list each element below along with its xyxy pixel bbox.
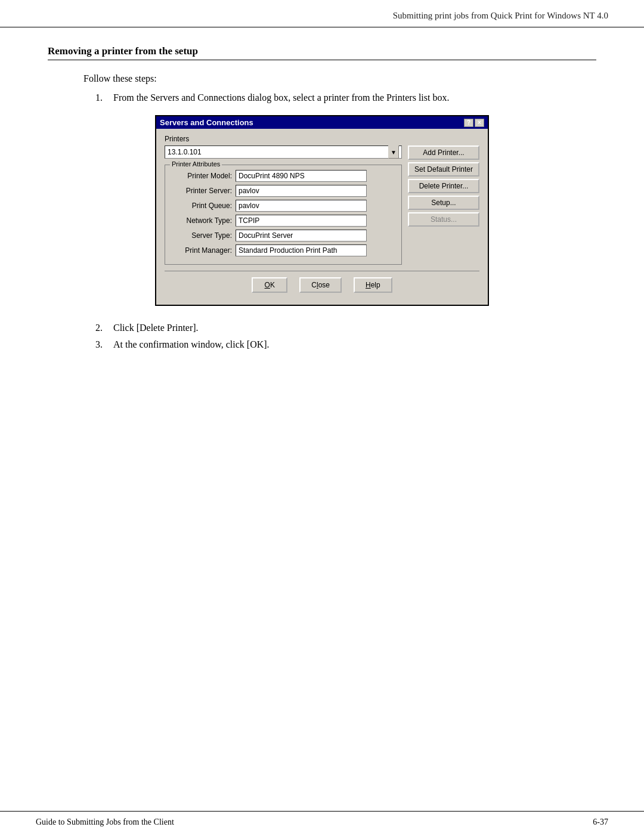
dialog-main-row: 13.1.0.101 ▼ Printer Attributes Printer … [165, 145, 479, 265]
attr-row-print-manager: Print Manager: Standard Production Print… [171, 244, 395, 256]
delete-printer-button[interactable]: Delete Printer... [408, 179, 479, 193]
attr-value-printer-model: DocuPrint 4890 NPS [236, 170, 367, 182]
close-button[interactable]: Close [299, 277, 342, 293]
step-2-number: 2. [95, 323, 113, 333]
footer-right: 6-37 [593, 817, 608, 827]
attr-row-network-type: Network Type: TCPIP [171, 215, 395, 227]
step-2-text: Click [Delete Printer]. [113, 323, 596, 333]
printer-dropdown[interactable]: 13.1.0.101 ▼ [165, 145, 402, 159]
attr-row-print-queue: Print Queue: pavlov [171, 200, 395, 212]
ok-button[interactable]: OK [252, 277, 287, 293]
dialog-help-button[interactable]: ? [464, 119, 473, 127]
step-3-number: 3. [95, 339, 113, 350]
dropdown-arrow-icon[interactable]: ▼ [388, 145, 399, 159]
step-2: 2. Click [Delete Printer]. [95, 323, 596, 333]
dialog-title-buttons: ? × [464, 119, 484, 127]
dialog-titlebar: Servers and Connections ? × [156, 116, 488, 129]
step-3: 3. At the confirmation window, click [OK… [95, 339, 596, 350]
printer-attributes-group: Printer Attributes Printer Model: DocuPr… [165, 165, 402, 265]
help-button[interactable]: Help [354, 277, 392, 293]
page-header: Submitting print jobs from Quick Print f… [0, 0, 644, 27]
servers-connections-dialog: Servers and Connections ? × Printers 13.… [155, 115, 489, 306]
attr-label-printer-server: Printer Server: [171, 187, 236, 195]
dialog-footer: OK Close Help [165, 271, 479, 298]
attr-value-printer-server: pavlov [236, 185, 367, 197]
printers-label: Printers [165, 135, 479, 143]
attr-value-network-type: TCPIP [236, 215, 367, 227]
step-1-text: From the Servers and Connections dialog … [113, 92, 596, 103]
dialog-right-buttons: Add Printer... Set Default Printer Delet… [408, 145, 479, 265]
setup-button[interactable]: Setup... [408, 196, 479, 210]
set-default-printer-button[interactable]: Set Default Printer [408, 162, 479, 176]
header-title: Submitting print jobs from Quick Print f… [393, 11, 608, 21]
attr-value-print-manager: Standard Production Print Path [236, 244, 367, 256]
intro-text: Follow these steps: [83, 73, 596, 84]
dialog-left-column: 13.1.0.101 ▼ Printer Attributes Printer … [165, 145, 402, 265]
attr-row-printer-server: Printer Server: pavlov [171, 185, 395, 197]
page-footer: Guide to Submitting Jobs from the Client… [0, 811, 644, 833]
steps-list: 1. From the Servers and Connections dial… [95, 92, 596, 103]
section-heading: Removing a printer from the setup [48, 45, 596, 60]
dialog-title: Servers and Connections [160, 118, 253, 127]
steps-2-3-list: 2. Click [Delete Printer]. 3. At the con… [95, 323, 596, 350]
attr-label-printer-model: Printer Model: [171, 172, 236, 180]
attr-row-printer-model: Printer Model: DocuPrint 4890 NPS [171, 170, 395, 182]
main-content: Removing a printer from the setup Follow… [0, 27, 644, 386]
attr-label-network-type: Network Type: [171, 216, 236, 225]
step-1: 1. From the Servers and Connections dial… [95, 92, 596, 103]
attr-label-server-type: Server Type: [171, 231, 236, 240]
dialog-body: Printers 13.1.0.101 ▼ Printer Attributes [156, 129, 488, 305]
dialog-close-button[interactable]: × [475, 119, 484, 127]
add-printer-button[interactable]: Add Printer... [408, 145, 479, 160]
printer-dropdown-row: 13.1.0.101 ▼ [165, 145, 402, 159]
step-1-number: 1. [95, 92, 113, 103]
attr-group-legend: Printer Attributes [170, 160, 222, 168]
attr-label-print-queue: Print Queue: [171, 202, 236, 210]
status-button: Status... [408, 212, 479, 227]
attr-label-print-manager: Print Manager: [171, 246, 236, 255]
attr-value-print-queue: pavlov [236, 200, 367, 212]
step-3-text: At the confirmation window, click [OK]. [113, 339, 596, 350]
printer-dropdown-value: 13.1.0.101 [168, 148, 202, 156]
attr-row-server-type: Server Type: DocuPrint Server [171, 230, 395, 241]
footer-left: Guide to Submitting Jobs from the Client [36, 817, 174, 827]
attr-value-server-type: DocuPrint Server [236, 230, 367, 241]
